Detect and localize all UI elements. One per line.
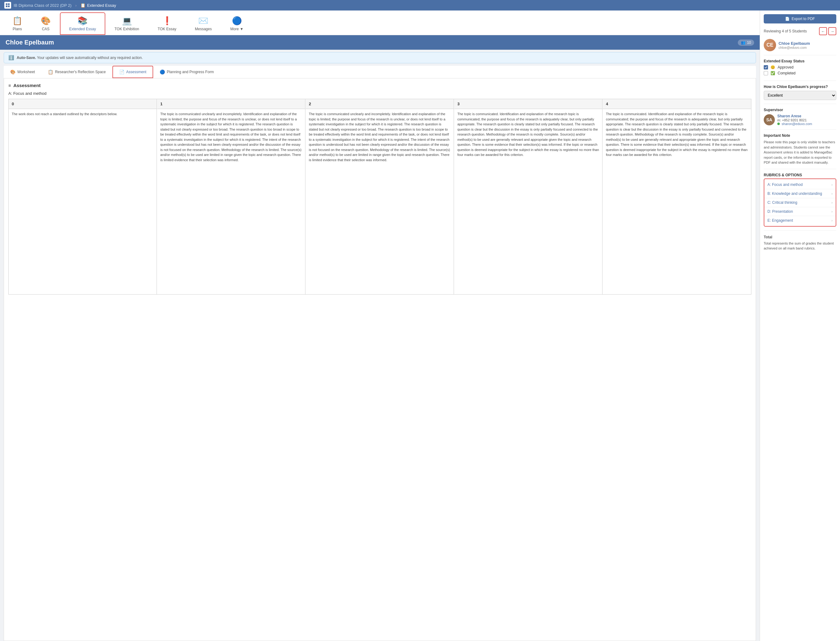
supervisor-phone: m: +852 9201 8021 [777, 118, 812, 122]
worksheet-icon: 🎨 [10, 69, 15, 74]
assessment-title: ≡ Assessment [8, 83, 751, 88]
student-name: Chloe Epelbaum [6, 39, 54, 46]
approved-icon: 😊 [771, 65, 775, 69]
divider-1 [764, 55, 836, 55]
score-body-1: The topic is communicated unclearly and … [157, 109, 305, 294]
tab-bar: 📋 Plans 🎨 CAS 📚 Extended Essay 💻 TOK Exh… [0, 11, 760, 35]
sub-tab-assessment[interactable]: 📄 Assessment [113, 66, 153, 78]
score-grid: 0 The work does not reach a standard out… [8, 99, 751, 295]
status-section: Extended Essay Status 😊 Approved ✅ Compl… [764, 59, 836, 77]
breadcrumb-essay[interactable]: 📋 Extended Essay [80, 3, 116, 8]
tab-tok-essay[interactable]: ❗ TOK Essay [148, 12, 185, 35]
essay-icon: 📋 [80, 3, 85, 8]
student-card: CE Chloe Epelbaum chloe@eduvo.com [764, 39, 836, 51]
progress-select[interactable]: Excellent [764, 91, 836, 100]
breadcrumb-sep: › [75, 3, 77, 8]
score-body-0: The work does not reach a standard outli… [9, 109, 156, 294]
top-nav: IB Diploma Class of 2022 (DP 2) › 📋 Exte… [0, 0, 840, 11]
reviewing-text: Reviewing 4 of 5 Students [764, 29, 807, 33]
status-completed: ✅ Completed [764, 71, 836, 75]
rubric-e[interactable]: E: Engagement › [764, 216, 836, 225]
progress-question: How is Chloe Epelbaum's progress? [764, 85, 836, 89]
tab-more[interactable]: 🔵 More ▼ [221, 12, 253, 35]
online-indicator [777, 122, 780, 125]
svg-rect-3 [8, 6, 10, 7]
completed-checkbox[interactable] [764, 71, 768, 75]
svg-rect-0 [6, 3, 7, 5]
student-avatar: CE [764, 39, 776, 51]
important-note-text: Please note this page is only visible to… [764, 140, 836, 165]
supervisor-title: Supervisor [764, 108, 836, 112]
total-label: Total [764, 234, 836, 240]
svg-rect-1 [8, 3, 10, 5]
student-header: Chloe Epelbaum 👥 10 [0, 35, 760, 50]
score-header-0: 0 [9, 99, 156, 109]
assessment-area: ≡ Assessment A: Focus and method 0 The w… [4, 79, 756, 641]
status-section-title: Extended Essay Status [764, 59, 836, 63]
score-body-3: The topic is communicated. Identificatio… [454, 109, 602, 294]
sub-tab-worksheet[interactable]: 🎨 Worksheet [4, 66, 41, 78]
nav-buttons: ← → [819, 27, 836, 35]
rubric-d[interactable]: D: Presentation › [764, 207, 836, 216]
rubrics-header: RUBRICS & OPTIONS [764, 173, 836, 177]
divider-3 [764, 104, 836, 104]
student-count: 👥 10 [738, 40, 754, 46]
list-icon: ≡ [8, 83, 11, 88]
more-icon: 🔵 [232, 16, 242, 26]
rubric-c[interactable]: C: Critical thinking › [764, 198, 836, 207]
total-section: Total Total represents the sum of grades… [764, 234, 836, 251]
pdf-icon: 📄 [785, 17, 790, 21]
score-col-2: 2 The topic is communicated unclearly an… [306, 99, 454, 294]
approved-checkbox[interactable] [764, 65, 768, 69]
progress-section: How is Chloe Epelbaum's progress? Excell… [764, 85, 836, 100]
next-student-button[interactable]: → [828, 27, 836, 35]
assessment-icon: 📄 [119, 69, 124, 74]
rubrics-section: RUBRICS & OPTIONS A: Focus and method › … [764, 173, 836, 227]
sub-tab-planning[interactable]: 🔵 Planning and Progress Form [153, 66, 221, 78]
tab-messages[interactable]: ✉️ Messages [185, 12, 221, 35]
score-body-2: The topic is communicated unclearly and … [306, 109, 454, 294]
info-icon: ℹ️ [8, 55, 14, 61]
grid-icon[interactable] [4, 2, 11, 9]
supervisor-section: Supervisor SA Sharon Arese m: +852 9201 … [764, 108, 836, 126]
content-area: 📋 Plans 🎨 CAS 📚 Extended Essay 💻 TOK Exh… [0, 11, 760, 641]
autosave-text: Auto-Save. Your updates will save automa… [17, 56, 143, 60]
status-approved: 😊 Approved [764, 65, 836, 69]
important-note-section: Important Note Please note this page is … [764, 134, 836, 165]
sidebar-student-name: Chloe Epelbaum [779, 41, 810, 46]
planning-icon: 🔵 [160, 69, 165, 74]
supervisor-name: Sharon Arese [777, 114, 812, 118]
sub-tab-reflection[interactable]: 📋 Researcher's Reflection Space [41, 66, 112, 78]
svg-rect-2 [6, 6, 7, 7]
rubric-a[interactable]: A: Focus and method › [764, 180, 836, 189]
divider-2 [764, 81, 836, 81]
export-pdf-button[interactable]: 📄 Export to PDF [764, 14, 836, 24]
rubric-d-chevron: › [831, 209, 833, 213]
score-header-3: 3 [454, 99, 602, 109]
score-body-4: The topic is communicated. Identificatio… [603, 109, 751, 294]
extended-essay-icon: 📚 [77, 16, 87, 26]
prev-student-button[interactable]: ← [819, 27, 827, 35]
score-header-4: 4 [603, 99, 751, 109]
plans-icon: 📋 [12, 16, 22, 26]
tab-cas[interactable]: 🎨 CAS [32, 12, 60, 35]
breadcrumb-class: IB Diploma Class of 2022 (DP 2) [14, 3, 72, 8]
rubric-b[interactable]: B: Knowledge and understanding › [764, 189, 836, 198]
score-col-4: 4 The topic is communicated. Identificat… [603, 99, 751, 294]
tab-plans[interactable]: 📋 Plans [3, 12, 32, 35]
reflection-icon: 📋 [48, 69, 53, 74]
supervisor-email: sharon@eduvo.com [777, 122, 812, 126]
tab-extended-essay[interactable]: 📚 Extended Essay [60, 12, 105, 35]
cas-icon: 🎨 [41, 16, 51, 26]
main-layout: 📋 Plans 🎨 CAS 📚 Extended Essay 💻 TOK Exh… [0, 11, 840, 641]
autosave-bar: ℹ️ Auto-Save. Your updates will save aut… [4, 52, 756, 63]
tok-exhibition-icon: 💻 [122, 16, 132, 26]
sub-tabs: 🎨 Worksheet 📋 Researcher's Reflection Sp… [4, 66, 756, 79]
reviewing-row: Reviewing 4 of 5 Students ← → [764, 27, 836, 35]
total-text: Total represents the sum of grades the s… [764, 241, 836, 251]
rubric-a-chevron: › [831, 183, 833, 187]
section-a-label: A: Focus and method [8, 91, 751, 96]
score-header-2: 2 [306, 99, 454, 109]
messages-icon: ✉️ [198, 16, 208, 26]
tab-tok-exhibition[interactable]: 💻 TOK Exhibition [105, 12, 148, 35]
